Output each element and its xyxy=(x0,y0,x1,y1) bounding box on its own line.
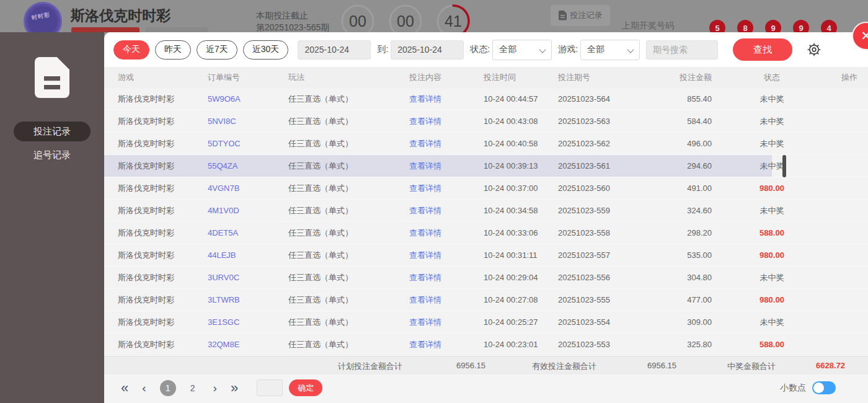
range-button-昨天[interactable]: 昨天 xyxy=(155,40,191,60)
table-row[interactable]: 斯洛伐克时时彩 3LTWRB 任三直选（单式） 查看详情 10-24 00:27… xyxy=(104,289,868,311)
cell-game: 斯洛伐克时时彩 xyxy=(118,116,208,127)
view-detail-link[interactable]: 查看详情 xyxy=(409,250,484,261)
cell-order-id[interactable]: 4VGN7B xyxy=(208,184,288,193)
cell-order-id[interactable]: 3URV0C xyxy=(208,273,288,282)
next-page-button[interactable]: › xyxy=(213,382,217,394)
cell-bet-time: 10-24 00:33:06 xyxy=(484,228,558,237)
chevron-down-icon xyxy=(627,46,634,53)
view-detail-link[interactable]: 查看详情 xyxy=(409,94,484,105)
view-detail-link[interactable]: 查看详情 xyxy=(409,228,484,239)
date-to-input[interactable] xyxy=(391,40,464,60)
first-page-button[interactable]: « xyxy=(121,381,128,395)
cell-amount: 304.80 xyxy=(645,273,713,282)
status-select[interactable]: 全部 xyxy=(492,40,552,60)
cell-order-id[interactable]: 4DET5A xyxy=(208,228,288,237)
cell-game: 斯洛伐克时时彩 xyxy=(118,317,208,328)
view-detail-link[interactable]: 查看详情 xyxy=(409,272,484,283)
header-gray-button[interactable] xyxy=(146,27,208,32)
goto-page-input[interactable] xyxy=(257,379,283,396)
view-detail-link[interactable]: 查看详情 xyxy=(409,205,484,216)
table-row[interactable]: 斯洛伐克时时彩 5W9O6A 任三直选（单式） 查看详情 10-24 00:44… xyxy=(104,88,868,110)
cell-game: 斯洛伐克时时彩 xyxy=(118,205,208,216)
period-search-input[interactable] xyxy=(646,40,718,60)
last-draw-numbers: 58994 xyxy=(709,20,837,32)
view-detail-link[interactable]: 查看详情 xyxy=(409,161,484,172)
cell-order-id[interactable]: 55Q4ZA xyxy=(208,161,288,170)
cell-status: 未中奖 xyxy=(713,161,831,172)
sidebar: 投注记录 追号记录 xyxy=(0,32,104,403)
date-from-input[interactable] xyxy=(298,40,371,60)
cell-order-id[interactable]: 44LEJB xyxy=(208,250,288,260)
table-row[interactable]: 斯洛伐克时时彩 5DTYOC 任三直选（单式） 查看详情 10-24 00:40… xyxy=(104,133,868,155)
decimal-toggle[interactable] xyxy=(812,381,836,394)
table-row[interactable]: 斯洛伐克时时彩 4DET5A 任三直选（单式） 查看详情 10-24 00:33… xyxy=(104,222,868,244)
table-row[interactable]: 斯洛伐克时时彩 5NVI8C 任三直选（单式） 查看详情 10-24 00:43… xyxy=(104,110,868,133)
cell-play-type: 任三直选（单式） xyxy=(288,94,409,105)
cell-play-type: 任三直选（单式） xyxy=(288,228,409,239)
valid-total-label: 有效投注金额合计 xyxy=(532,361,596,372)
range-button-近7天[interactable]: 近7天 xyxy=(197,40,237,60)
cell-play-type: 任三直选（单式） xyxy=(288,161,409,172)
cell-order-id[interactable]: 4M1V0D xyxy=(208,206,288,215)
sidebar-item-bet-records[interactable]: 投注记录 xyxy=(14,122,91,141)
cell-amount: 855.40 xyxy=(645,94,713,104)
search-button[interactable]: 查找 xyxy=(733,38,792,61)
header-red-button[interactable] xyxy=(71,27,140,32)
cell-game: 斯洛伐克时时彩 xyxy=(118,161,208,172)
column-header: 投注金额 xyxy=(645,72,713,83)
view-detail-link[interactable]: 查看详情 xyxy=(409,116,484,127)
cell-status: 980.00 xyxy=(713,250,831,260)
view-detail-link[interactable]: 查看详情 xyxy=(409,339,484,350)
range-button-近30天[interactable]: 近30天 xyxy=(243,40,289,60)
view-detail-link[interactable]: 查看详情 xyxy=(409,294,484,306)
table-row[interactable]: 斯洛伐克时时彩 32QM8E 任三直选（单式） 查看详情 10-24 00:23… xyxy=(104,334,868,356)
cell-status: 980.00 xyxy=(713,184,831,193)
table-row[interactable]: 斯洛伐克时时彩 4M1V0D 任三直选（单式） 查看详情 10-24 00:34… xyxy=(104,200,868,222)
cell-period: 20251023-562 xyxy=(558,139,645,148)
gear-icon[interactable] xyxy=(806,42,822,58)
scrollbar-thumb[interactable] xyxy=(782,155,786,177)
column-header: 投注内容 xyxy=(409,72,484,83)
cell-order-id[interactable]: 5W9O6A xyxy=(208,94,288,104)
game-select[interactable]: 全部 xyxy=(580,40,640,60)
toggle-knob xyxy=(813,383,824,393)
cell-game: 斯洛伐克时时彩 xyxy=(118,138,208,149)
table-row[interactable]: 斯洛伐克时时彩 4VGN7B 任三直选（单式） 查看详情 10-24 00:37… xyxy=(104,177,868,200)
range-button-今天[interactable]: 今天 xyxy=(113,40,149,60)
app-window: 时时彩 斯洛伐克时时彩 本期投注截止 第20251023-565期 00 00 … xyxy=(0,0,868,403)
table-row[interactable]: 斯洛伐克时时彩 44LEJB 任三直选（单式） 查看详情 10-24 00:31… xyxy=(104,244,868,267)
table-header: 游戏订单编号玩法投注内容投注时间投注期号投注金额状态操作 xyxy=(104,67,868,88)
last-page-button[interactable]: » xyxy=(231,381,238,395)
table-row[interactable]: 斯洛伐克时时彩 55Q4ZA 任三直选（单式） 查看详情 10-24 00:39… xyxy=(104,155,868,177)
view-detail-link[interactable]: 查看详情 xyxy=(409,317,484,328)
table-body: 斯洛伐克时时彩 5W9O6A 任三直选（单式） 查看详情 10-24 00:44… xyxy=(104,88,868,356)
valid-total-value: 6956.15 xyxy=(647,361,676,370)
cell-order-id[interactable]: 3E1SGC xyxy=(208,317,288,327)
prev-page-button[interactable]: ‹ xyxy=(142,382,146,394)
view-detail-link[interactable]: 查看详情 xyxy=(409,183,484,194)
cell-play-type: 任三直选（单式） xyxy=(288,294,409,306)
cell-order-id[interactable]: 5DTYOC xyxy=(208,139,288,148)
cell-order-id[interactable]: 5NVI8C xyxy=(208,117,288,126)
page-number-2[interactable]: 2 xyxy=(185,380,201,396)
table-row[interactable]: 斯洛伐克时时彩 3E1SGC 任三直选（单式） 查看详情 10-24 00:25… xyxy=(104,311,868,334)
cell-game: 斯洛伐克时时彩 xyxy=(118,183,208,194)
cell-period: 20251023-553 xyxy=(558,340,645,349)
cell-order-id[interactable]: 3LTWRB xyxy=(208,295,288,304)
cell-period: 20251023-555 xyxy=(558,295,645,304)
sidebar-item-chase-records[interactable]: 追号记录 xyxy=(14,145,91,165)
cell-bet-time: 10-24 00:44:57 xyxy=(484,94,558,104)
cell-amount: 496.00 xyxy=(645,139,713,148)
cell-status: 未中奖 xyxy=(713,94,831,105)
cell-bet-time: 10-24 00:23:01 xyxy=(484,340,558,349)
status-select-value: 全部 xyxy=(499,44,516,55)
cell-order-id[interactable]: 32QM8E xyxy=(208,340,288,349)
table-row[interactable]: 斯洛伐克时时彩 3URV0C 任三直选（单式） 查看详情 10-24 00:29… xyxy=(104,267,868,289)
page-number-1[interactable]: 1 xyxy=(160,380,176,396)
cell-status: 588.00 xyxy=(713,228,831,237)
goto-confirm-button[interactable]: 确定 xyxy=(289,379,322,396)
decimal-toggle-label: 小数点 xyxy=(780,383,806,394)
bet-records-button[interactable]: 投注记录 xyxy=(551,5,610,26)
view-detail-link[interactable]: 查看详情 xyxy=(409,138,484,149)
deadline-label: 本期投注截止 xyxy=(256,10,329,22)
